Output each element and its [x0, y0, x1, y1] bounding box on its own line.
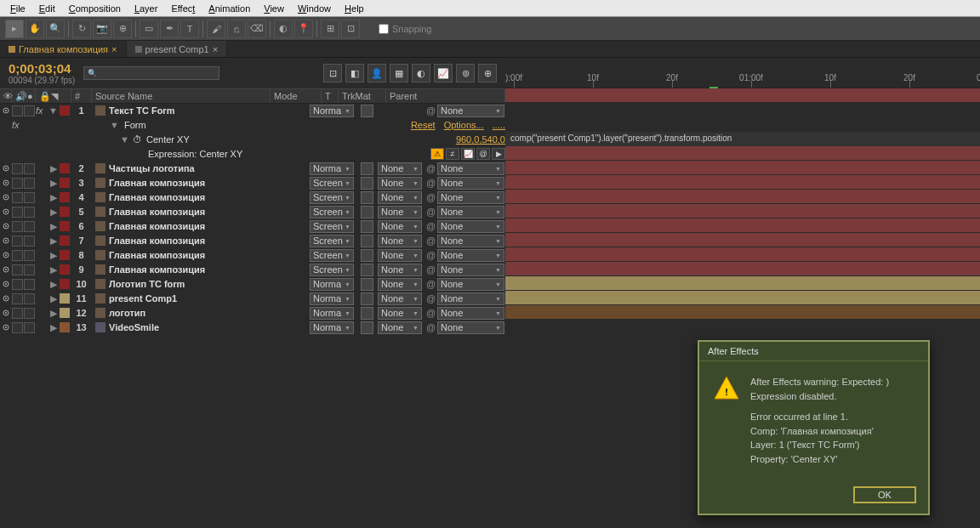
preserve-transparency[interactable] [361, 307, 373, 320]
lock-toggle[interactable] [36, 176, 48, 190]
label-col-header[interactable]: ◥ [48, 89, 71, 103]
twirl-icon[interactable]: ▶ [48, 248, 60, 262]
lock-toggle[interactable] [36, 321, 48, 334]
comp-flowchart-button[interactable]: ⊡ [323, 64, 342, 82]
local-axis-tool[interactable]: ⊞ [321, 20, 339, 38]
layer-row[interactable]: ▶ 7 Главная композиция Screen▼ None▼ @ N… [0, 234, 505, 248]
layer-name[interactable]: Главная композиция [92, 219, 310, 233]
preserve-transparency[interactable] [361, 177, 373, 190]
parent-dropdown[interactable]: None▼ [437, 162, 504, 175]
pickwhip-icon[interactable]: @ [425, 177, 437, 189]
preserve-transparency[interactable] [361, 249, 373, 262]
solo-toggle[interactable] [24, 163, 35, 174]
expression-language-icon[interactable]: ▶ [492, 148, 505, 160]
visibility-toggle[interactable] [0, 104, 12, 117]
twirl-icon[interactable]: ▶ [48, 306, 60, 320]
solo-toggle[interactable] [24, 250, 35, 261]
layer-duration-bar[interactable] [505, 219, 980, 232]
pickwhip-icon[interactable]: @ [425, 292, 437, 304]
visibility-toggle[interactable] [0, 321, 12, 334]
twirl-icon[interactable]: ▶ [48, 162, 60, 175]
expression-graph-icon[interactable]: 📈 [461, 148, 475, 160]
pan-behind-tool[interactable]: ⊕ [113, 20, 132, 38]
twirl-icon[interactable]: ▶ [48, 263, 60, 276]
visibility-toggle[interactable] [0, 162, 12, 175]
layer-row[interactable]: ▶ 12 логотип Norma▼ None▼ @ None▼ [0, 306, 505, 321]
layer-duration-bar[interactable] [505, 88, 980, 102]
lock-toggle[interactable] [36, 292, 48, 305]
zoom-tool[interactable]: 🔍 [46, 20, 65, 38]
blend-mode-dropdown[interactable]: Screen▼ [310, 249, 354, 262]
tab-present-comp1[interactable]: present Comp1 × [127, 41, 228, 57]
preserve-transparency[interactable] [361, 105, 373, 117]
label-color[interactable] [60, 207, 70, 217]
layer-duration-bar[interactable] [505, 233, 980, 247]
blend-mode-dropdown[interactable]: Norma▼ [310, 162, 354, 175]
layer-row[interactable]: ▶ 11 present Comp1 Norma▼ None▼ @ None▼ [0, 292, 505, 306]
menu-edit[interactable]: Edit [32, 2, 62, 15]
trkmat-dropdown[interactable]: None▼ [378, 206, 422, 219]
lock-toggle[interactable] [36, 248, 48, 262]
trkmat-dropdown[interactable]: None▼ [378, 278, 422, 291]
expression-enable-icon[interactable]: ≠ [446, 148, 459, 160]
brain-button[interactable]: ⊚ [456, 64, 475, 82]
twirl-icon[interactable]: ▼ [109, 118, 121, 132]
layer-name[interactable]: Главная композиция [92, 205, 310, 219]
label-color[interactable] [60, 236, 70, 246]
twirl-icon[interactable]: ▶ [48, 277, 60, 291]
label-color[interactable] [60, 264, 70, 275]
audio-toggle[interactable] [12, 322, 23, 333]
pickwhip-icon[interactable]: @ [425, 249, 437, 261]
layer-name[interactable]: Главная композиция [92, 190, 310, 204]
visibility-toggle[interactable] [0, 306, 12, 320]
parent-dropdown[interactable]: None▼ [437, 105, 504, 117]
blend-mode-dropdown[interactable]: Screen▼ [310, 191, 354, 204]
trkmat-dropdown[interactable]: None▼ [378, 249, 422, 262]
lock-toggle[interactable] [36, 205, 48, 219]
snapping-toggle[interactable]: Snapping [379, 24, 432, 34]
twirl-icon[interactable]: ▶ [48, 190, 60, 204]
trkmat-dropdown[interactable]: None▼ [378, 235, 422, 247]
about-link[interactable]: ..... [493, 120, 505, 130]
menu-window[interactable]: Window [291, 2, 338, 15]
layer-name[interactable]: Главная композиция [92, 248, 310, 262]
layer-row[interactable]: ▶ 8 Главная композиция Screen▼ None▼ @ N… [0, 248, 505, 263]
preserve-transparency[interactable] [361, 191, 373, 204]
t-col-header[interactable]: T [322, 89, 339, 103]
solo-toggle[interactable] [24, 221, 35, 232]
time-ruler[interactable]: ):00f10f20f01:00f10f20f02:00f [505, 58, 980, 88]
trkmat-col-header[interactable]: TrkMat [339, 89, 386, 103]
menu-view[interactable]: View [257, 2, 291, 15]
pickwhip-icon[interactable]: @ [425, 162, 437, 174]
eye-col-header[interactable]: 👁 [0, 89, 12, 103]
timecode[interactable]: 0;00;03;04 [9, 61, 75, 76]
rotation-tool[interactable]: ↻ [72, 20, 91, 38]
brush-tool[interactable]: 🖌 [207, 20, 225, 38]
blend-mode-dropdown[interactable]: Screen▼ [310, 177, 354, 190]
eraser-tool[interactable]: ⌫ [248, 20, 266, 38]
parent-dropdown[interactable]: None▼ [437, 220, 504, 233]
audio-col-header[interactable]: 🔊 [12, 89, 24, 103]
parent-col-header[interactable]: Parent [386, 89, 505, 103]
pickwhip-icon[interactable]: @ [425, 264, 437, 275]
reset-link[interactable]: Reset [411, 120, 436, 130]
layer-duration-bar[interactable] [505, 305, 980, 319]
menu-help[interactable]: Help [338, 2, 371, 15]
motion-blur-button[interactable]: ◐ [412, 64, 430, 82]
parent-dropdown[interactable]: None▼ [437, 177, 504, 190]
effect-name[interactable]: Form [121, 120, 411, 130]
lock-toggle[interactable]: fx [36, 104, 48, 117]
audio-toggle[interactable] [12, 279, 23, 290]
label-color[interactable] [60, 163, 70, 173]
menu-file[interactable]: File [3, 2, 32, 15]
hand-tool[interactable]: ✋ [26, 20, 44, 38]
preserve-transparency[interactable] [361, 220, 373, 233]
pickwhip-icon[interactable]: @ [425, 206, 437, 218]
audio-toggle[interactable] [12, 207, 23, 218]
search-input[interactable]: 🔍 [83, 66, 219, 80]
menu-animation[interactable]: Animation [202, 2, 257, 15]
solo-col-header[interactable]: ● [24, 89, 36, 103]
layer-row[interactable]: fx ▼ 1 Текст TC Form Norma▼ @ None▼ [0, 104, 505, 118]
twirl-icon[interactable]: ▶ [48, 292, 60, 305]
expr-button[interactable]: ⊕ [478, 64, 497, 82]
